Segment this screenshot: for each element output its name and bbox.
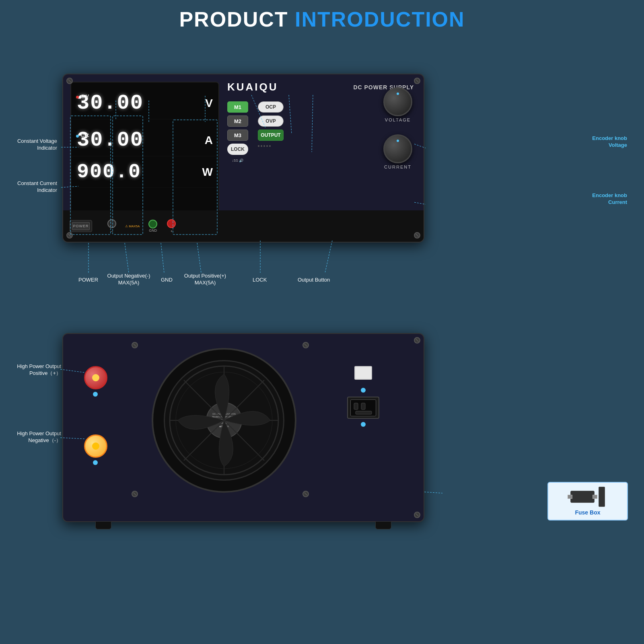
screw-bl xyxy=(66,232,73,239)
pos-terminal[interactable] xyxy=(167,219,176,228)
usb-indicator-dot xyxy=(361,388,366,393)
fuse-shape-2 xyxy=(599,487,605,507)
gnd-terminal[interactable] xyxy=(148,220,157,228)
lock-button[interactable]: LOCK xyxy=(227,144,248,155)
ac-inlet[interactable] xyxy=(347,397,379,419)
svg-line-12 xyxy=(125,243,129,273)
back-screw-4 xyxy=(302,491,309,497)
svg-rect-27 xyxy=(361,403,365,409)
voltage-knob[interactable] xyxy=(383,87,412,116)
ann-lock-bottom: LOCK xyxy=(253,277,267,284)
fan-inner: DC IRUSHLESS FAN Model:CGD8025S12H C 12V… xyxy=(164,360,284,481)
ann-cc-indicator: Constant Current Indicator xyxy=(5,180,57,194)
current-knob-wrap: CURRENT xyxy=(383,134,412,169)
fuse-box-diagram: Fuse Box xyxy=(547,482,628,521)
page-title: PRODUCT INTRODUCTION xyxy=(0,0,644,35)
screw-tr xyxy=(414,78,420,84)
fan-blades-svg xyxy=(166,362,282,479)
back-right xyxy=(327,366,399,427)
warning-label: ⚠ MAX5A xyxy=(125,224,140,228)
svg-rect-26 xyxy=(354,403,358,409)
back-screw-3 xyxy=(132,491,138,497)
ann-encoder-current: Encoder knob Current xyxy=(592,192,627,206)
hp-pos-center xyxy=(92,374,99,381)
svg-rect-28 xyxy=(356,411,372,414)
output-button[interactable]: OUTPUT xyxy=(258,130,284,141)
lock-note: ↓5S 🔊 xyxy=(227,158,248,163)
pos-terminal-group: + xyxy=(167,219,176,233)
current-knob-label: CURRENT xyxy=(384,165,412,169)
current-knob[interactable] xyxy=(383,134,412,163)
current-unit: A xyxy=(201,134,213,147)
ovp-button[interactable]: OVP xyxy=(258,115,284,127)
ann-pos-max: Output Positive(+) MAX(5A) xyxy=(177,273,233,286)
voltage-unit: V xyxy=(201,97,213,110)
m3-button[interactable]: M3 xyxy=(227,130,248,141)
neg-terminal[interactable] xyxy=(107,219,116,228)
back-panel-section: High Power Output Positive（+） High Power… xyxy=(0,313,644,619)
control-section: KUAIQU DC POWER SUPPLY M1 M2 M3 LOCK ↓5S… xyxy=(224,79,417,222)
voltage-value: 30.00 xyxy=(77,91,201,115)
m2-button[interactable]: M2 xyxy=(227,115,248,127)
title-intro: INTRODUCTION xyxy=(295,8,465,31)
svg-line-13 xyxy=(161,243,164,273)
ann-hp-pos: High Power Output Positive（+） xyxy=(5,363,61,377)
back-screw-tr xyxy=(414,337,420,344)
pos-terminal-label: + xyxy=(171,229,173,233)
knob-area: VOLTAGE CURRENT xyxy=(383,87,412,169)
hp-pos-knob[interactable] xyxy=(84,366,107,389)
ac-inner xyxy=(350,399,376,416)
power-btn-group: POWER xyxy=(70,220,92,232)
screw-tl xyxy=(66,78,73,84)
foot-right xyxy=(375,521,391,529)
neg-indicator-dot xyxy=(93,460,98,465)
ann-gnd-bottom: GND xyxy=(161,277,173,284)
voltage-knob-wrap: VOLTAGE xyxy=(383,87,412,122)
m1-button[interactable]: M1 xyxy=(227,101,248,113)
back-screw-2 xyxy=(302,342,309,348)
ann-encoder-voltage: Encoder knob Voltage xyxy=(592,135,627,149)
display-area: C.V 30.00 V C.C 30.00 A 900.0 W xyxy=(70,82,219,218)
foot-left xyxy=(95,521,111,529)
usb-b-port[interactable] xyxy=(354,366,372,380)
fan-housing: DC IRUSHLESS FAN Model:CGD8025S12H C 12V… xyxy=(152,348,296,493)
ann-hp-neg: High Power Output Negative（-） xyxy=(5,430,61,444)
fuse-shape-1 xyxy=(570,491,595,503)
ac-indicator-dot xyxy=(361,422,366,427)
hp-terminal-pos xyxy=(84,366,107,397)
memory-buttons-col: M1 M2 M3 LOCK ↓5S 🔊 xyxy=(227,101,248,163)
hp-neg-knob[interactable] xyxy=(84,434,107,458)
power-button[interactable]: POWER xyxy=(70,220,92,232)
pos-indicator-dot xyxy=(93,392,98,397)
title-product: PRODUCT xyxy=(179,8,288,31)
gnd-terminal-group: GND xyxy=(148,220,157,232)
fuse-images xyxy=(552,487,623,507)
current-value: 30.00 xyxy=(77,128,201,152)
screw-br xyxy=(414,232,420,239)
ann-power-bottom: POWER xyxy=(78,277,98,284)
device-back: DC IRUSHLESS FAN Model:CGD8025S12H C 12V… xyxy=(62,333,424,522)
cv-indicator: C.V xyxy=(76,94,89,99)
svg-line-31 xyxy=(424,492,442,493)
power-text: POWER xyxy=(73,224,88,228)
neg-terminal-group: − xyxy=(107,219,116,233)
device-front: C.V 30.00 V C.C 30.00 A 900.0 W xyxy=(62,74,424,243)
gnd-text: GND xyxy=(149,228,157,232)
svg-line-16 xyxy=(325,241,332,273)
dots-row xyxy=(258,145,284,147)
function-buttons-col: OCP OVP OUTPUT xyxy=(258,101,284,163)
power-value: 900.0 xyxy=(77,160,201,183)
ann-output-btn: Output Button xyxy=(298,277,330,284)
power-inner: POWER xyxy=(72,222,90,230)
front-panel-section: Current Display Voltage Display Power Di… xyxy=(0,35,644,309)
back-screw-br xyxy=(414,512,420,518)
cc-indicator: C.C xyxy=(76,133,89,138)
current-display-row: 30.00 A xyxy=(71,119,218,156)
voltage-display-row: 30.00 V xyxy=(71,82,218,119)
power-display-row: 900.0 W xyxy=(71,156,218,188)
ac-socket-svg xyxy=(351,400,377,417)
ocp-button[interactable]: OCP xyxy=(258,101,284,113)
back-screw-1 xyxy=(132,342,138,348)
fuse-box-label: Fuse Box xyxy=(552,509,623,516)
voltage-knob-label: VOLTAGE xyxy=(385,117,411,122)
